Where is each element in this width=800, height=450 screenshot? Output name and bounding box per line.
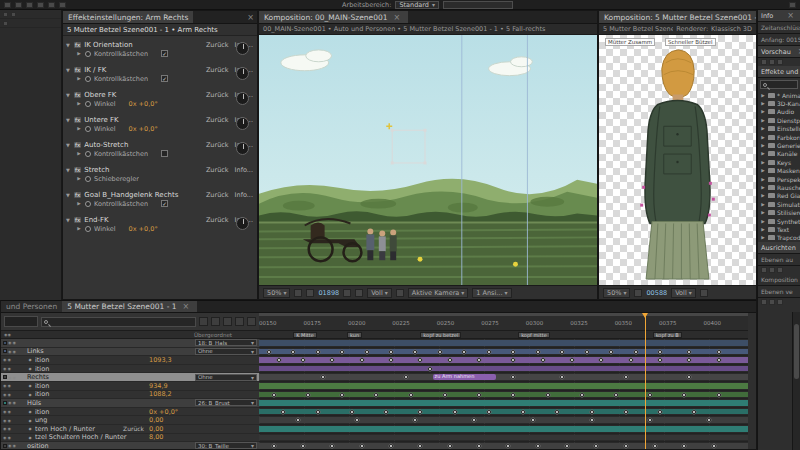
selection-tool-icon[interactable] [4,2,11,8]
effect-reset-link[interactable]: Zurück [206,166,229,174]
time-ruler[interactable]: 0015000175002000022500250002750030000325… [259,313,748,331]
timeline-row[interactable]: ◉◉RechtsOhne▾ [1,373,259,382]
workspace-dropdown[interactable]: Standard ▾ [395,1,439,9]
magnification-dropdown[interactable]: 50%▾ [263,288,290,298]
scrollbar-thumb[interactable] [794,324,799,379]
twirl-icon[interactable]: ▶ [760,126,766,131]
view-layout-dropdown[interactable]: 1 Ansi...▾ [472,288,511,298]
preview-transport-controls[interactable] [758,58,800,66]
row-value[interactable]: 1088,2 [149,390,193,398]
effect-reset-link[interactable]: Zurück [206,191,229,199]
angle-dial[interactable] [236,67,249,80]
hand-tool-icon[interactable] [15,2,22,8]
twirl-icon[interactable]: ▶ [760,193,766,198]
angle-dial[interactable] [236,92,249,105]
parent-dropdown[interactable]: 30: B_Taille▾ [195,442,257,449]
channel-icon[interactable] [355,289,363,297]
grid-guides-icon[interactable] [294,289,302,297]
effect-name[interactable]: Obere FK [84,91,200,99]
twirl-icon[interactable]: ▶ [760,202,766,207]
timeline-row[interactable]: ◉◉◆tern Hoch / RunterZurück0,00 [1,425,259,434]
eye-icon[interactable]: ◉ [3,409,7,414]
eye-icon[interactable]: ◉ [3,418,7,423]
tab-timeline-inactive[interactable]: und Personen [1,301,62,312]
twirl-icon[interactable]: ▶ [760,93,766,98]
renderer-value[interactable]: Klassisch 3D [711,25,752,33]
twirl-icon[interactable]: ▶ [760,219,766,224]
layer-duration-bar[interactable] [259,383,748,389]
timeline-row[interactable]: ◉◉LinksOhne▾ [1,348,259,357]
draft-3d-icon[interactable] [211,317,220,326]
layer-duration-bar[interactable] [259,435,748,441]
effect-name[interactable]: IK Orientation [84,41,200,49]
composition-canvas-character[interactable]: Mütter ZusammSchneller Bützel [599,35,756,285]
zoom-tool-icon[interactable] [26,2,33,8]
keyframe-navigator-icon[interactable]: ◆ [27,435,33,440]
distribute-buttons[interactable] [758,298,800,306]
keyframe-navigator-icon[interactable]: ◆ [27,383,33,388]
twirl-icon[interactable]: ▼ [65,92,71,98]
comp-marker[interactable]: K Mitte [293,332,317,338]
roi-icon[interactable] [396,289,404,297]
effect-name[interactable]: Auto-Stretch [84,141,200,149]
tab-composition-main[interactable]: Komposition: 00_MAIN-Szene001 × [259,11,408,23]
twirl-icon[interactable]: ▼ [65,142,71,148]
close-icon[interactable]: × [180,302,193,311]
angle-dial[interactable] [236,117,249,130]
angle-dial[interactable] [236,142,249,155]
checkbox[interactable]: ✓ [161,75,168,82]
property-value[interactable]: 0x +0,0° [129,125,158,133]
twirl-icon[interactable]: ▼ [65,192,71,198]
solo-icon[interactable]: ◉ [13,340,17,345]
solo-icon[interactable]: ◉ [13,349,17,354]
twirl-icon[interactable]: ▶ [76,201,82,206]
layer-duration-bar[interactable] [259,349,748,355]
layer-duration-bar[interactable] [259,417,748,423]
camera-dropdown[interactable]: Aktive Kamera▾ [408,288,469,298]
stopwatch-icon[interactable] [85,51,91,57]
effect-category-item[interactable]: ▶Simulation [758,200,800,208]
solo-icon[interactable]: ◉ [8,409,12,414]
layer-duration-bar[interactable] [259,392,748,398]
effect-reset-link[interactable]: Zurück [206,116,229,124]
close-icon[interactable]: × [795,47,800,56]
eye-icon[interactable]: ◉ [3,366,7,371]
resolution-dropdown[interactable]: Voll▾ [367,288,392,298]
twirl-icon[interactable]: ▶ [760,227,766,232]
keyframe-navigator-icon[interactable]: ◆ [27,426,33,431]
current-time-field[interactable]: 00588 [646,289,667,297]
play-icon[interactable] [769,59,775,65]
keyframe-navigator-icon[interactable]: ◆ [27,366,33,371]
twirl-icon[interactable]: ▶ [76,151,82,156]
align-right-icon[interactable] [777,267,783,273]
reset-link[interactable]: Zurück [123,425,144,432]
row-value[interactable]: 0,00 [149,425,193,433]
effect-category-item[interactable]: ▶Stilisieren [758,208,800,216]
checkbox[interactable] [161,150,168,157]
layer-duration-bar[interactable] [259,409,748,415]
timeline-row[interactable]: ◉◉osition30: B_Taille▾ [1,442,259,449]
twirl-icon[interactable]: ▶ [76,176,82,181]
snapshot-icon[interactable] [343,289,351,297]
effect-info-link[interactable]: Info... [235,166,253,174]
stopwatch-icon[interactable] [85,201,91,207]
angle-dial[interactable] [236,217,249,230]
parent-column-header[interactable]: Übergeordnet [194,332,256,338]
tab-effects-presets[interactable]: Effekte und× [758,66,800,78]
layer-color-swatch[interactable] [3,444,7,448]
timeline-row[interactable]: ◉◉◆ition1093,3 [1,356,259,365]
eye-icon[interactable]: ◉ [8,349,12,354]
angle-dial[interactable] [236,42,249,55]
twirl-icon[interactable]: ▶ [760,135,766,140]
magnification-dropdown[interactable]: 50%▾ [603,288,630,298]
effect-reset-link[interactable]: Zurück [206,66,229,74]
parent-dropdown[interactable]: Ohne▾ [195,348,257,355]
timeline-row[interactable]: ◉◉◆ition0x +0,0° [1,408,259,417]
stopwatch-icon[interactable] [85,151,91,157]
effect-category-item[interactable]: ▶3D-Kanal [758,99,800,107]
row-value[interactable]: 8,00 [149,433,193,441]
solo-icon[interactable]: ◉ [13,375,17,380]
eye-icon[interactable]: ◉ [3,392,7,397]
timeline-row[interactable]: ◉◉◆ung0,00 [1,416,259,425]
rotate-tool-icon[interactable] [37,2,44,8]
